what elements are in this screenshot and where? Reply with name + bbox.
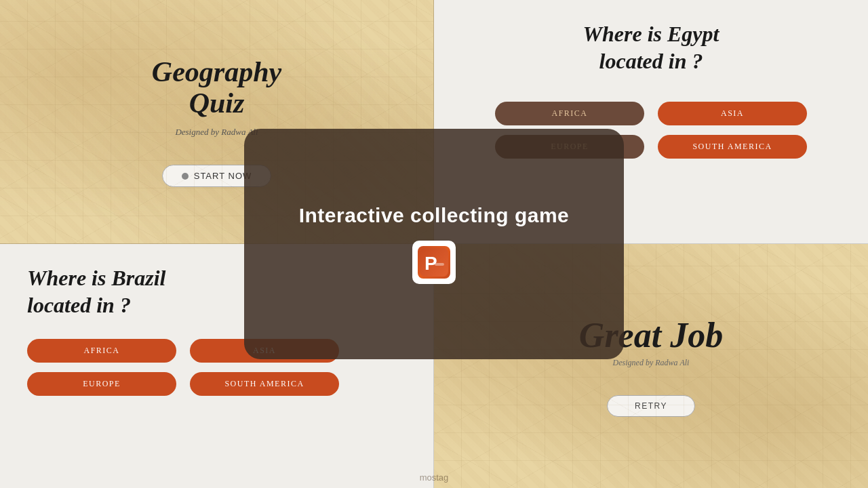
answer-south-america-slide3[interactable]: SOUTH AMERICA [190,372,339,396]
brazil-answers-col1: AFRICA EUROPE [27,339,176,396]
retry-button[interactable]: RETRY [607,395,695,417]
watermark: mostag [420,472,449,483]
designer-credit-slide4: Designed by Radwa Ali [613,358,690,368]
modal-title: Interactive collecting game [299,204,570,227]
answer-africa-slide3[interactable]: AFRICA [27,339,176,363]
ppt-logo: P [418,246,450,279]
answer-africa-slide2[interactable]: AFRICA [495,102,644,125]
ppt-svg: P [420,248,448,277]
designer-credit-slide1: Designed by Radwa Ali [175,127,258,138]
answer-europe-slide3[interactable]: EUROPE [27,372,176,396]
egypt-question-text: Where is Egypt located in ? [583,20,719,75]
interactive-game-modal: Interactive collecting game P [244,129,624,359]
answer-south-america-slide2[interactable]: SOUTH America [658,135,807,159]
powerpoint-icon: P [412,241,456,284]
quiz-title: Geography Quiz [152,56,281,119]
egypt-answers-right: ASIA SOUTH America [658,102,807,159]
svg-rect-2 [435,263,444,266]
answer-asia-slide2[interactable]: ASIA [658,102,807,125]
start-dot-icon [182,173,189,180]
